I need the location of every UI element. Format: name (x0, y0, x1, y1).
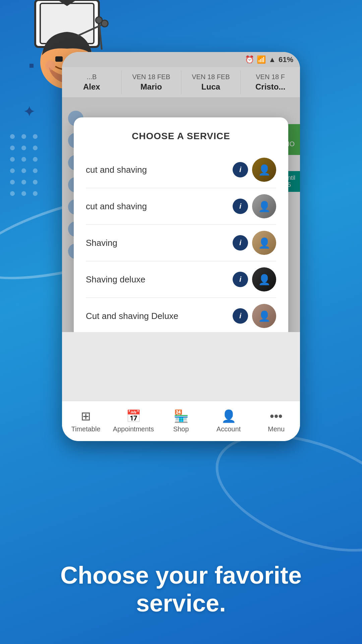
modal-title: CHOOSE A SERVICE (86, 131, 276, 142)
service-name-3: Shaving (86, 238, 233, 248)
bg-dots (10, 134, 38, 196)
nav-item-account[interactable]: 👤 Account (205, 406, 252, 436)
bottom-nav: ⊞ Timetable 📅 Appointments 🏪 Shop 👤 Acco… (62, 401, 300, 441)
cal-col-0: ...B Alex (62, 70, 122, 94)
wifi-icon: ▲ (268, 55, 276, 64)
shop-label: Shop (173, 425, 189, 433)
service-name-4: Shaving deluxe (86, 274, 233, 285)
alarm-icon: ⏰ (245, 55, 254, 64)
nav-item-shop[interactable]: 🏪 Shop (157, 406, 205, 436)
service-item-4[interactable]: Shaving deluxei👤 (86, 261, 276, 298)
svg-point-7 (45, 60, 55, 70)
info-icon-2[interactable]: i (233, 199, 248, 214)
service-thumb-5: 👤 (252, 304, 276, 328)
service-item-5[interactable]: Cut and shaving Deluxei👤 (86, 298, 276, 332)
cal-col-3: VEN 18 F Cristo... (241, 70, 300, 94)
battery-level: 61% (279, 55, 293, 64)
nav-item-timetable[interactable]: ⊞ Timetable (62, 406, 110, 436)
timetable-icon: ⊞ (81, 409, 91, 423)
signal-icon: 📶 (257, 55, 266, 64)
appointments-label: Appointments (113, 425, 154, 433)
service-item-1[interactable]: cut and shavingi👤 (86, 152, 276, 188)
service-thumb-4: 👤 (252, 267, 276, 291)
shop-icon: 🏪 (174, 409, 189, 423)
status-bar: ⏰ 📶 ▲ 61% (62, 52, 300, 67)
modal-overlay: CHOOSE A SERVICE cut and shavingi👤cut an… (62, 97, 300, 332)
svg-rect-5 (55, 56, 63, 62)
service-modal: CHOOSE A SERVICE cut and shavingi👤cut an… (74, 117, 288, 332)
calendar-header: ...B Alex VEN 18 FEB Mario VEN 18 FEB Lu… (62, 67, 300, 97)
account-icon: 👤 (221, 409, 236, 423)
info-icon-4[interactable]: i (233, 272, 248, 287)
service-list: cut and shavingi👤cut and shavingi👤Shavin… (86, 152, 276, 332)
service-thumb-3: 👤 (252, 231, 276, 255)
account-label: Account (217, 425, 241, 433)
menu-icon: ••• (270, 409, 283, 423)
info-icon-1[interactable]: i (233, 162, 248, 177)
service-item-3[interactable]: Shavingi👤 (86, 225, 276, 261)
service-item-2[interactable]: cut and shavingi👤 (86, 188, 276, 225)
deco-cross: ✦ (23, 104, 35, 119)
service-name-2: cut and shaving (86, 201, 233, 212)
service-thumb-1: 👤 (252, 158, 276, 182)
service-thumb-2: 👤 (252, 194, 276, 218)
timetable-label: Timetable (71, 425, 100, 433)
nav-item-appointments[interactable]: 📅 Appointments (110, 406, 157, 436)
appointments-icon: 📅 (126, 409, 141, 423)
cal-col-1: VEN 18 FEB Mario (122, 70, 181, 94)
info-icon-3[interactable]: i (233, 235, 248, 251)
service-name-1: cut and shaving (86, 165, 233, 175)
nav-item-menu[interactable]: ••• Menu (252, 406, 300, 436)
info-icon-5[interactable]: i (233, 308, 248, 324)
menu-label: Menu (268, 425, 285, 433)
cal-col-2: VEN 18 FEB Luca (181, 70, 241, 94)
service-name-5: Cut and shaving Deluxe (86, 311, 233, 321)
bottom-tagline: Choose your favoriteservice. (0, 561, 362, 617)
content-behind: ONCTIO ...ntil7/5 CHOOSE A SERVICE cut a… (62, 97, 300, 332)
phone-mockup: ⏰ 📶 ▲ 61% ...B Alex VEN 18 FEB Mario VEN… (62, 52, 300, 441)
